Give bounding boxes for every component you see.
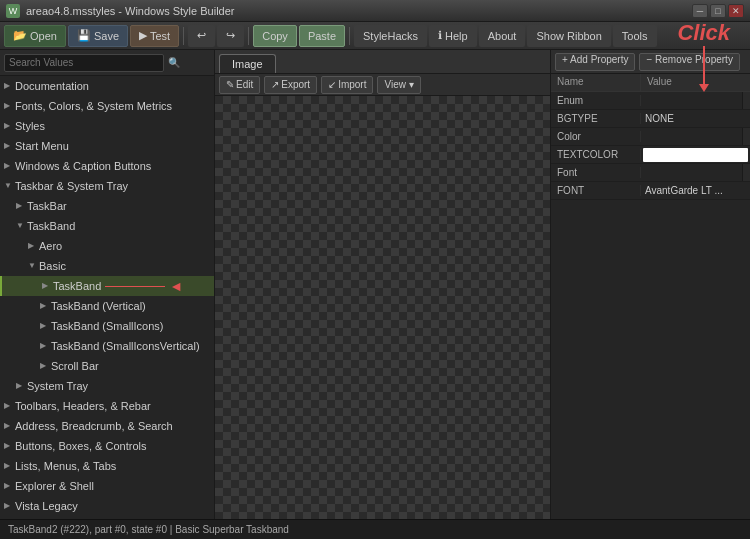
- help-button[interactable]: ℹ Help: [429, 25, 477, 47]
- scrollbar[interactable]: [742, 128, 750, 145]
- tree-item[interactable]: ▶Toolbars, Headers, & Rebar: [0, 396, 214, 416]
- export-button[interactable]: ↗ Export: [264, 76, 317, 94]
- tree-item-label: Documentation: [15, 78, 89, 94]
- props-row[interactable]: FONTAvantGarde LT ...: [551, 182, 750, 200]
- tree-item-label: Shellstyle: [27, 518, 74, 519]
- redo-button[interactable]: ↪: [217, 25, 244, 47]
- scrollbar[interactable]: [742, 164, 750, 181]
- search-input[interactable]: [4, 54, 164, 72]
- tab-image[interactable]: Image: [219, 54, 276, 73]
- prop-name: Color: [551, 131, 641, 142]
- tree-item[interactable]: ▶Lists, Menus, & Tabs: [0, 456, 214, 476]
- tree-item[interactable]: ▶Buttons, Boxes, & Controls: [0, 436, 214, 456]
- tree-item[interactable]: ▶TaskBand (SmallIcons): [0, 316, 214, 336]
- tree-arrow-icon: ▶: [28, 238, 36, 254]
- edit-button[interactable]: ✎ Edit: [219, 76, 260, 94]
- tree-arrow-icon: ▶: [16, 378, 24, 394]
- tree-arrow-icon: ▶: [4, 418, 12, 434]
- open-icon: 📂: [13, 29, 27, 42]
- tree-item-label: Aero: [39, 238, 62, 254]
- tree-item[interactable]: ▶System Tray: [0, 376, 214, 396]
- tree-arrow-icon: ▶: [40, 298, 48, 314]
- tree-arrow-icon: ▶: [40, 318, 48, 334]
- tree-item[interactable]: ▶Address, Breadcrumb, & Search: [0, 416, 214, 436]
- paste-button[interactable]: Paste: [299, 25, 345, 47]
- props-row[interactable]: BGTYPENONE: [551, 110, 750, 128]
- add-property-button[interactable]: + Add Property: [555, 53, 635, 71]
- click-text: Click: [677, 20, 730, 46]
- tree-arrow-icon: ▶: [16, 198, 24, 214]
- import-icon: ↙: [328, 79, 336, 90]
- tree-item-label: TaskBand (SmallIconsVertical): [51, 338, 200, 354]
- props-list: EnumBGTYPENONEColorTEXTCOLORFontFONTAvan…: [551, 92, 750, 200]
- about-button[interactable]: About: [479, 25, 526, 47]
- tools-button[interactable]: Tools: [613, 25, 657, 47]
- open-button[interactable]: 📂 Open: [4, 25, 66, 47]
- tree-arrow-icon: ▼: [28, 258, 36, 274]
- props-row[interactable]: Color: [551, 128, 750, 146]
- tree-item[interactable]: ▼TaskBand: [0, 216, 214, 236]
- tree-item[interactable]: ▶TaskBand ◄: [0, 276, 214, 296]
- maximize-button[interactable]: □: [710, 4, 726, 18]
- scrollbar[interactable]: [742, 92, 750, 109]
- prop-name: Enum: [551, 95, 641, 106]
- show-ribbon-button[interactable]: Show Ribbon: [527, 25, 610, 47]
- search-icon: 🔍: [168, 57, 180, 68]
- close-button[interactable]: ✕: [728, 4, 744, 18]
- view-button[interactable]: View ▾: [377, 76, 420, 94]
- menu-bar: 📂 Open 💾 Save ▶ Test ↩ ↪ Copy Paste Styl…: [0, 22, 750, 50]
- props-row[interactable]: Font: [551, 164, 750, 182]
- tree-item[interactable]: ▶Start Menu: [0, 136, 214, 156]
- test-button[interactable]: ▶ Test: [130, 25, 179, 47]
- tree-item-label: TaskBand: [27, 218, 75, 234]
- test-icon: ▶: [139, 29, 147, 42]
- tree-item-label: Lists, Menus, & Tabs: [15, 458, 116, 474]
- tree-item[interactable]: Shellstyle: [0, 516, 214, 519]
- tree-item-label: TaskBand (Vertical): [51, 298, 146, 314]
- tree-arrow-icon: ▶: [40, 358, 48, 374]
- tree-item[interactable]: ▼Taskbar & System Tray: [0, 176, 214, 196]
- minimize-button[interactable]: ─: [692, 4, 708, 18]
- prop-name: FONT: [551, 185, 641, 196]
- tree-item[interactable]: ▶Aero: [0, 236, 214, 256]
- tree-item-label: Fonts, Colors, & System Metrics: [15, 98, 172, 114]
- save-icon: 💾: [77, 29, 91, 42]
- window-controls: ─ □ ✕: [692, 4, 744, 18]
- tree-item[interactable]: ▶TaskBar: [0, 196, 214, 216]
- tree-item[interactable]: ▼Basic: [0, 256, 214, 276]
- tree-item[interactable]: ▶Styles: [0, 116, 214, 136]
- main-layout: 🔍 ▶Documentation▶Fonts, Colors, & System…: [0, 50, 750, 519]
- tree-item[interactable]: ▶Fonts, Colors, & System Metrics: [0, 96, 214, 116]
- tree-item[interactable]: ▶Windows & Caption Buttons: [0, 156, 214, 176]
- tree-item-label: Toolbars, Headers, & Rebar: [15, 398, 151, 414]
- tree-arrow-icon: ▶: [4, 78, 12, 94]
- tree-item[interactable]: ▶Explorer & Shell: [0, 476, 214, 496]
- props-row[interactable]: Enum: [551, 92, 750, 110]
- tree-arrow-icon: ▶: [40, 338, 48, 354]
- tree-item[interactable]: ▶TaskBand (Vertical): [0, 296, 214, 316]
- stylehacks-button[interactable]: StyleHacks: [354, 25, 427, 47]
- image-area: [215, 96, 550, 519]
- undo-button[interactable]: ↩: [188, 25, 215, 47]
- tree-item-label: Buttons, Boxes, & Controls: [15, 438, 146, 454]
- tree-item[interactable]: ▶TaskBand (SmallIconsVertical): [0, 336, 214, 356]
- prop-value: [643, 148, 748, 162]
- import-button[interactable]: ↙ Import: [321, 76, 373, 94]
- tree-item[interactable]: ▶Documentation: [0, 76, 214, 96]
- tree-arrow-icon: ▶: [4, 498, 12, 514]
- tree-arrow-icon: ▼: [16, 218, 24, 234]
- tree-item-label: Scroll Bar: [51, 358, 99, 374]
- prop-name: Font: [551, 167, 641, 178]
- tree-item[interactable]: ▶Vista Legacy: [0, 496, 214, 516]
- props-row[interactable]: TEXTCOLOR: [551, 146, 750, 164]
- click-annotation: Click: [677, 20, 730, 86]
- tree-item[interactable]: ▶Scroll Bar: [0, 356, 214, 376]
- separator-1: [183, 27, 184, 45]
- save-button[interactable]: 💾 Save: [68, 25, 128, 47]
- panel-toolbar: ✎ Edit ↗ Export ↙ Import View ▾: [215, 74, 550, 96]
- tree-item-label: Taskbar & System Tray: [15, 178, 128, 194]
- remove-icon: −: [646, 54, 652, 65]
- name-col-header: Name: [551, 74, 641, 91]
- tree-arrow-icon: ▶: [4, 118, 12, 134]
- copy-button[interactable]: Copy: [253, 25, 297, 47]
